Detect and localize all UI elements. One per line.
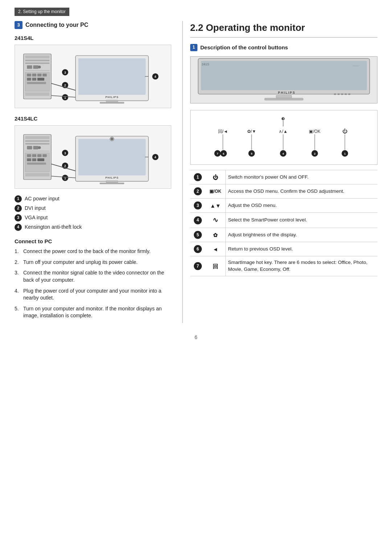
list-item: 2 DVI input [15, 205, 171, 212]
svg-text:▣/OK: ▣/OK [309, 129, 320, 134]
step-item: 4. Plug the power cord of your computer … [15, 288, 171, 302]
svg-rect-22 [100, 102, 124, 103]
svg-rect-80 [276, 95, 291, 98]
step-text-2: Turn off your computer and unplug its po… [23, 259, 138, 266]
row-badge-7: 7 [190, 256, 205, 276]
model2-label: 241S4LC [15, 115, 171, 122]
row-desc-2: Access the OSD menu. Confirm the OSD adj… [226, 184, 377, 199]
steps-list: 1. Connect the power cord to the back of… [15, 248, 171, 319]
svg-text:PHILIPS: PHILIPS [278, 91, 295, 95]
svg-point-6 [38, 66, 41, 69]
svg-rect-19 [78, 58, 146, 95]
bullet-label-2: DVI input [25, 205, 46, 212]
svg-text:1: 1 [344, 152, 346, 156]
svg-rect-44 [32, 154, 36, 157]
row-icon-2: ▣/OK [205, 184, 226, 199]
table-row: 5 ✿ Adjust brightness of the display. [190, 228, 377, 242]
svg-text:3: 3 [64, 71, 66, 74]
svg-rect-51 [25, 173, 49, 177]
row-desc-5: Adjust brightness of the display. [226, 228, 377, 242]
table-row: 4 ∿ Select the SmartPower control level. [190, 213, 377, 228]
svg-rect-10 [32, 74, 36, 77]
svg-text:2: 2 [314, 152, 316, 156]
row-badge-5: 5 [190, 228, 205, 242]
svg-text:∧/▲: ∧/▲ [279, 129, 287, 134]
svg-text:241S: 241S [201, 62, 209, 66]
svg-point-55 [111, 138, 113, 140]
svg-rect-41 [25, 151, 49, 151]
svg-rect-58 [100, 183, 124, 184]
svg-rect-57 [106, 181, 118, 183]
table-row: 7 回 SmartImage hot key. There are 6 mode… [190, 256, 377, 276]
svg-rect-14 [32, 78, 36, 81]
control-table: 1 ⏻ Switch monitor's power ON and OFF. 2… [190, 170, 377, 276]
svg-rect-47 [27, 159, 31, 162]
breadcrumb: 2. Setting up the monitor [15, 8, 69, 16]
buttons-svg: ❸ 回/◄ ✿/▼ ∧/▲ ▣/OK ⏻ [194, 115, 373, 159]
row-icon-6: ◄ [205, 242, 226, 256]
svg-rect-2 [25, 60, 49, 61]
svg-text:回/◄: 回/◄ [218, 129, 228, 134]
right-column: 2.2 Operating the monitor 1 Description … [182, 21, 377, 323]
svg-rect-17 [25, 93, 49, 96]
row-desc-1: Switch monitor's power ON and OFF. [226, 170, 377, 184]
svg-text:⏻: ⏻ [342, 128, 347, 134]
svg-text:4: 4 [282, 152, 284, 156]
left-column: 3 Connecting to your PC 241S4L [15, 21, 182, 323]
svg-text:6: 6 [223, 152, 225, 156]
list-item: 3 VGA input [15, 214, 171, 221]
svg-rect-43 [27, 154, 31, 157]
svg-rect-78 [344, 94, 347, 95]
row-desc-6: Return to previous OSD level. [226, 242, 377, 256]
svg-rect-9 [27, 74, 31, 77]
svg-rect-49 [37, 159, 44, 162]
step-item: 3. Connect the monitor signal cable to t… [15, 269, 171, 284]
svg-rect-5 [33, 65, 38, 69]
step-item: 2. Turn off your computer and unplug its… [15, 259, 171, 266]
svg-rect-71 [201, 61, 367, 90]
row-icon-5: ✿ [205, 228, 226, 242]
step-text-3: Connect the monitor signal cable to the … [23, 269, 171, 284]
bullet-label-1: AC power input [25, 195, 60, 203]
svg-rect-76 [338, 94, 340, 95]
button-diagram: ❸ 回/◄ ✿/▼ ∧/▲ ▣/OK ⏻ [190, 110, 377, 165]
connect-heading: Connect to PC [15, 237, 171, 245]
row-desc-3: Adjust the OSD menu. [226, 199, 377, 213]
monitor-picture: 241S ____ PHILIPS [190, 56, 377, 103]
svg-text:2: 2 [64, 164, 66, 168]
page-number: 6 [15, 334, 377, 341]
table-row: 6 ◄ Return to previous OSD level. [190, 242, 377, 256]
svg-text:4: 4 [155, 156, 156, 159]
svg-rect-48 [32, 159, 36, 162]
section-num-badge: 3 [15, 21, 23, 29]
row-icon-4: ∿ [205, 213, 226, 228]
row-icon-3: ▲▼ [205, 199, 226, 213]
input-list: 1 AC power input 2 DVI input 3 VGA input… [15, 195, 171, 231]
row-badge-4: 4 [190, 213, 205, 228]
model1-label: 241S4L [15, 34, 171, 42]
row-desc-4: Select the SmartPower control level. [226, 213, 377, 228]
svg-text:PHILIPS: PHILIPS [105, 176, 118, 179]
list-item: 1 AC power input [15, 195, 171, 203]
svg-rect-36 [25, 140, 49, 142]
svg-rect-21 [106, 100, 118, 102]
bullet-4: 4 [15, 224, 22, 231]
row-badge-1: 1 [190, 170, 205, 184]
svg-rect-50 [27, 163, 46, 165]
row-desc-7: SmartImage hot key. There are 6 modes to… [226, 256, 377, 276]
svg-rect-46 [42, 154, 46, 157]
svg-rect-1 [25, 56, 49, 58]
row-badge-6: 6 [190, 242, 205, 256]
svg-text:PHILIPS: PHILIPS [105, 95, 118, 99]
svg-rect-39 [33, 146, 38, 150]
bullet-label-4: Kensington anti-theft lock [25, 224, 82, 231]
row-badge-3: 3 [190, 199, 205, 213]
svg-text:2: 2 [64, 83, 66, 87]
svg-rect-75 [334, 94, 336, 95]
row-badge-2: 2 [190, 184, 205, 199]
bullet-label-3: VGA input [25, 214, 48, 221]
svg-rect-79 [348, 94, 350, 95]
svg-rect-3 [25, 62, 49, 64]
table-row: 2 ▣/OK Access the OSD menu. Confirm the … [190, 184, 377, 199]
svg-text:____: ____ [352, 63, 359, 66]
